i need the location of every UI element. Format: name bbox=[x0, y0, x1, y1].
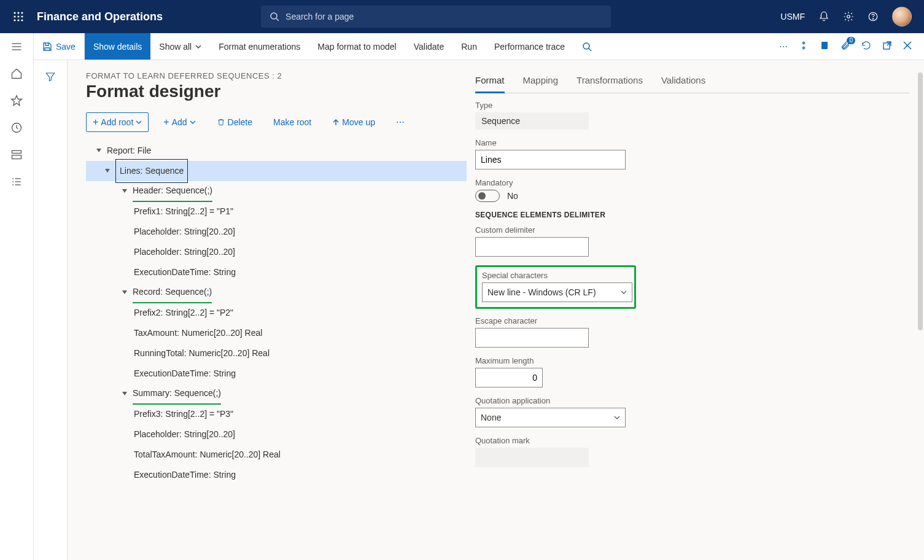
save-icon bbox=[42, 42, 52, 52]
refresh-icon[interactable] bbox=[861, 41, 871, 52]
svg-point-8 bbox=[21, 19, 23, 21]
search-icon bbox=[270, 12, 279, 21]
svg-point-5 bbox=[21, 15, 23, 17]
search-placeholder: Search for a page bbox=[285, 12, 354, 21]
svg-line-10 bbox=[276, 18, 279, 21]
validate-button[interactable]: Validate bbox=[405, 33, 453, 60]
svg-rect-16 bbox=[821, 42, 828, 49]
office-icon[interactable] bbox=[820, 41, 829, 52]
svg-point-14 bbox=[583, 43, 589, 49]
svg-point-13 bbox=[872, 18, 873, 19]
user-avatar[interactable] bbox=[892, 7, 912, 26]
perf-trace-button[interactable]: Performance trace bbox=[486, 33, 573, 60]
svg-point-4 bbox=[17, 15, 19, 17]
gear-icon[interactable] bbox=[843, 11, 854, 22]
svg-point-2 bbox=[21, 12, 23, 14]
company-code[interactable]: USMF bbox=[780, 12, 805, 21]
diamond-icon[interactable] bbox=[799, 41, 809, 52]
run-button[interactable]: Run bbox=[452, 33, 486, 60]
more-icon[interactable]: ⋯ bbox=[779, 42, 788, 52]
search-action[interactable] bbox=[573, 33, 600, 60]
chevron-down-icon bbox=[195, 44, 201, 50]
format-enum-button[interactable]: Format enumerations bbox=[210, 33, 309, 60]
attachments-icon[interactable]: 0 bbox=[841, 41, 850, 52]
svg-point-0 bbox=[14, 12, 15, 14]
help-icon[interactable] bbox=[868, 11, 879, 22]
show-all-button[interactable]: Show all bbox=[150, 33, 210, 60]
action-bar: Save Show details Show all Format enumer… bbox=[0, 33, 924, 60]
save-button[interactable]: Save bbox=[34, 33, 85, 60]
bell-icon[interactable] bbox=[818, 11, 829, 22]
hamburger-icon[interactable] bbox=[10, 41, 23, 53]
search-icon bbox=[582, 42, 592, 52]
show-details-button[interactable]: Show details bbox=[85, 33, 150, 60]
attachments-badge: 0 bbox=[847, 37, 855, 44]
svg-line-15 bbox=[589, 49, 591, 51]
map-format-button[interactable]: Map format to model bbox=[309, 33, 405, 60]
close-icon[interactable] bbox=[903, 41, 912, 52]
global-search[interactable]: Search for a page bbox=[261, 6, 611, 28]
svg-point-1 bbox=[17, 12, 19, 14]
svg-point-3 bbox=[14, 15, 15, 17]
app-launcher-icon[interactable] bbox=[6, 11, 31, 22]
top-nav: Finance and Operations Search for a page… bbox=[0, 0, 924, 33]
svg-point-9 bbox=[271, 13, 277, 19]
brand-title: Finance and Operations bbox=[37, 10, 163, 23]
svg-point-6 bbox=[14, 19, 15, 21]
nav-rail bbox=[0, 33, 34, 60]
svg-point-7 bbox=[17, 19, 19, 21]
popout-icon[interactable] bbox=[882, 41, 892, 52]
svg-point-11 bbox=[847, 15, 850, 18]
